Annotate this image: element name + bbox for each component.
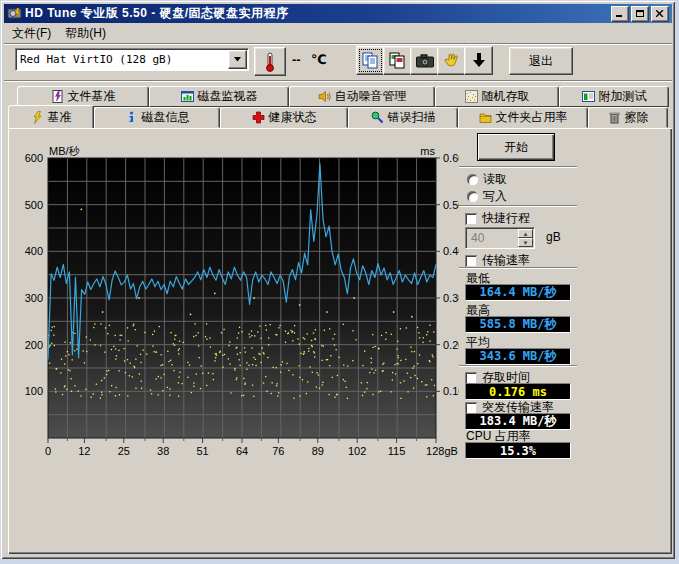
tab-erase[interactable]: 擦除 [588, 107, 668, 128]
access-time-dot [238, 359, 239, 360]
screenshot-icon [416, 54, 434, 68]
x-tick-label: 12 [78, 445, 90, 457]
copy-image-icon [389, 52, 406, 69]
access-time-dot [321, 345, 322, 346]
access-time-dot [94, 323, 95, 324]
tab-health[interactable]: 健康状态 [220, 107, 348, 128]
access-time-dot [125, 372, 126, 373]
disk-info-icon [125, 111, 138, 124]
access-time-dot [71, 378, 72, 379]
access-time-dot [249, 336, 250, 337]
temperature-value: -- [292, 52, 301, 67]
access-time-dot [141, 388, 142, 389]
separator [459, 205, 577, 207]
spin-up-icon[interactable]: ▲ [518, 229, 533, 238]
maximize-button[interactable] [631, 6, 649, 22]
tab-disk-monitor[interactable]: 磁盘监视器 [149, 86, 289, 107]
access-time-dot [397, 349, 398, 350]
access-time-dot [265, 325, 266, 326]
access-time-dot [118, 350, 119, 351]
screenshot-button[interactable] [410, 46, 439, 75]
tab-random-access[interactable]: 随机存取 [435, 86, 559, 107]
save-results-button[interactable] [464, 46, 493, 75]
access-time-dot [425, 384, 426, 385]
tab-folder-usage[interactable]: 文件夹占用率 [458, 107, 588, 128]
hand-button[interactable] [437, 46, 466, 75]
drive-select-dropdown-button[interactable] [228, 50, 247, 69]
access-time-dot [132, 376, 133, 377]
spin-down-icon[interactable]: ▼ [518, 238, 533, 247]
access-time-dot [392, 372, 393, 373]
short-stroke-option[interactable]: 快捷行程 [465, 210, 530, 227]
access-time-dot [115, 348, 116, 349]
capacity-spin-buttons[interactable]: ▲ ▼ [518, 229, 533, 247]
access-time-dot [101, 394, 102, 395]
access-time-checkbox[interactable] [465, 372, 477, 384]
access-time-dot [83, 350, 84, 351]
tab-acoustic-management[interactable]: 自动噪音管理 [289, 86, 435, 107]
tab-extra-tests[interactable]: 附加测试 [559, 86, 669, 107]
access-time-dot [400, 382, 401, 383]
access-time-dot [100, 345, 101, 346]
short-stroke-checkbox[interactable] [465, 213, 477, 225]
access-time-dot [68, 369, 69, 370]
access-time-dot [107, 333, 108, 334]
access-time-dot [329, 365, 330, 366]
access-time-dot [263, 352, 264, 353]
access-time-dot [216, 355, 217, 356]
access-time-dot [426, 334, 427, 335]
right-axis-unit: ms [420, 145, 435, 157]
access-time-dot [222, 355, 223, 356]
access-time-dot [311, 345, 312, 346]
access-time-dot [170, 332, 171, 333]
access-time-dot [168, 361, 169, 362]
tab-disk-info[interactable]: 磁盘信息 [94, 107, 220, 128]
tab-file-benchmark[interactable]: 文件基准 [17, 86, 149, 107]
tab-benchmark[interactable]: 基准 [8, 105, 94, 128]
access-time-dot [219, 352, 220, 353]
access-time-dot [127, 359, 128, 360]
menu-help[interactable]: 帮助(H) [58, 23, 113, 44]
access-time-dot [307, 333, 308, 334]
access-time-dot [241, 331, 242, 332]
temperature-button[interactable] [254, 47, 286, 76]
access-time-dot [105, 327, 106, 328]
capacity-spinner[interactable]: 40 ▲ ▼ [465, 227, 535, 249]
access-time-dot [371, 358, 372, 359]
access-time-dot [303, 337, 304, 338]
write-option[interactable]: 写入 [467, 188, 507, 205]
tab-label: 随机存取 [482, 88, 530, 105]
access-time-dot [100, 397, 101, 398]
left-tick-label: 100 [25, 385, 43, 397]
access-time-dot [314, 338, 315, 339]
access-time-dot [337, 375, 338, 376]
transfer-rate-checkbox[interactable] [465, 255, 477, 267]
copy-results-button[interactable] [356, 46, 385, 75]
copy-image-button[interactable] [383, 46, 412, 75]
access-time-dot [76, 348, 77, 349]
access-time-dot [163, 374, 164, 375]
read-radio[interactable] [467, 174, 478, 185]
access-time-dot [205, 336, 206, 337]
access-time-outlier-dot [411, 316, 413, 318]
exit-button[interactable]: 退出 [509, 47, 573, 75]
file-benchmark-icon [51, 90, 64, 103]
menu-file[interactable]: 文件(F) [5, 23, 58, 44]
access-time-dot [68, 354, 69, 355]
tab-error-scan[interactable]: 错误扫描 [348, 107, 458, 128]
access-time-dot [208, 372, 209, 373]
access-time-dot [433, 331, 434, 332]
write-radio[interactable] [467, 191, 478, 202]
min-value: 164.4 MB/秒 [465, 284, 571, 301]
drive-select[interactable]: Red Hat VirtIO (128 gB) [15, 48, 249, 71]
start-button[interactable]: 开始 [477, 133, 555, 161]
close-button[interactable] [651, 6, 669, 22]
minimize-button[interactable] [611, 6, 629, 22]
access-time-dot [294, 332, 295, 333]
access-time-dot [86, 336, 87, 337]
read-option[interactable]: 读取 [467, 171, 507, 188]
access-time-dot [66, 389, 67, 390]
access-time-dot [268, 344, 269, 345]
access-time-dot [275, 334, 276, 335]
burst-rate-checkbox[interactable] [465, 402, 477, 414]
